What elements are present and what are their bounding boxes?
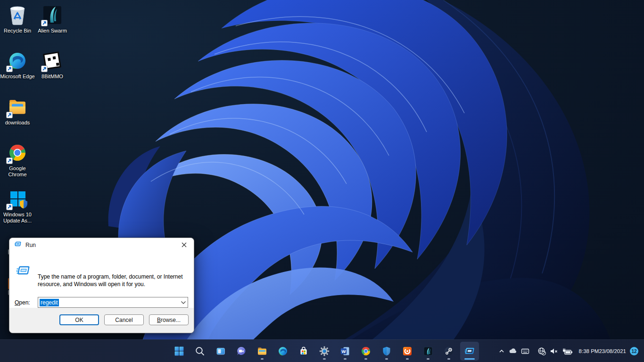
shortcut-arrow-icon — [6, 157, 13, 164]
hidden-icons-chevron-icon[interactable] — [496, 342, 507, 361]
desktop-icon-label: Recycle Bin — [0, 28, 35, 34]
file-explorer-button[interactable] — [253, 342, 272, 361]
shortcut-arrow-icon — [6, 204, 13, 210]
taskbar-center-group: W — [170, 342, 479, 361]
network-no-internet-icon[interactable] — [536, 342, 548, 361]
running-indicator — [406, 358, 409, 360]
ok-button[interactable]: OK — [59, 314, 99, 325]
clock[interactable]: 8:38 PM 23/08/2021 — [579, 348, 626, 354]
windows-11-desktop: Recycle Bin Alien Swarm — [0, 0, 644, 362]
orange-swirl-app-button[interactable] — [398, 342, 417, 361]
running-indicator — [385, 358, 388, 360]
running-indicator — [261, 358, 264, 360]
active-window-indicator — [464, 358, 475, 360]
running-indicator — [427, 358, 429, 360]
tray-date: 23/08/2021 — [599, 348, 626, 354]
edge-icon — [6, 49, 29, 72]
chrome-button[interactable] — [356, 342, 375, 361]
touch-keyboard-icon[interactable] — [519, 342, 531, 361]
desktop-icon-label: Alien Swarm — [35, 28, 70, 34]
battery-charging-icon[interactable] — [560, 342, 574, 361]
steam-button[interactable] — [439, 342, 458, 361]
notification-count-badge[interactable]: 12 — [630, 347, 638, 355]
chat-button[interactable] — [232, 342, 251, 361]
run-dialog-window: Run Type the name of a program, folder, … — [9, 238, 194, 333]
run-dialog-icon — [16, 263, 32, 281]
search-button[interactable] — [190, 342, 209, 361]
desktop-icon-alien-swarm[interactable]: Alien Swarm — [35, 4, 70, 34]
run-dialog-title: Run — [25, 242, 174, 248]
browse-button[interactable]: Browse... — [149, 314, 189, 325]
svg-text:W: W — [342, 349, 346, 354]
8bitmmo-icon — [41, 49, 64, 72]
description-line2: resource, and Windows will open it for y… — [38, 280, 183, 288]
downloads-folder-icon — [6, 96, 29, 118]
run-app-icon — [14, 240, 22, 250]
windows-security-button[interactable] — [377, 342, 396, 361]
desktop-icon-label: 8BitMMO — [35, 74, 70, 80]
running-indicator — [323, 358, 326, 360]
chrome-icon — [6, 141, 29, 164]
running-indicator — [344, 358, 347, 360]
shortcut-arrow-icon — [6, 66, 13, 72]
desktop-icon-8bitmmo[interactable]: 8BitMMO — [35, 49, 70, 80]
run-input-combobox[interactable]: regedit — [38, 297, 188, 308]
open-label: Open: — [15, 299, 30, 306]
close-button[interactable] — [174, 238, 194, 252]
word-button[interactable]: W — [336, 342, 355, 361]
alien-swarm-taskbar-button[interactable] — [419, 342, 438, 361]
task-view-button[interactable] — [211, 342, 230, 361]
system-tray: 8:38 PM 23/08/2021 12 — [496, 340, 638, 362]
run-dialog-footer: OK Cancel Browse... — [9, 308, 194, 333]
desktop-icon-downloads[interactable]: downloads — [0, 96, 35, 126]
recycle-bin-icon — [6, 4, 29, 26]
desktop-icon-label: downloads — [0, 120, 35, 126]
onedrive-icon[interactable] — [507, 342, 519, 361]
desktop-icon-recycle-bin[interactable]: Recycle Bin — [0, 4, 35, 34]
desktop-icon-label: Windows 10 Update As... — [0, 212, 35, 224]
shortcut-arrow-icon — [41, 66, 48, 72]
run-dialog-description: Type the name of a program, folder, docu… — [38, 273, 183, 288]
cancel-button[interactable]: Cancel — [104, 314, 144, 325]
run-input-value[interactable]: regedit — [40, 299, 59, 306]
microsoft-store-button[interactable] — [294, 342, 313, 361]
tray-time: 8:38 PM — [579, 348, 599, 354]
desktop-icon-google-chrome[interactable]: Google Chrome — [0, 141, 35, 178]
volume-muted-icon[interactable] — [548, 342, 560, 361]
desktop-icon-label: Google Chrome — [0, 165, 35, 178]
run-taskbar-button[interactable] — [460, 342, 479, 361]
shortcut-arrow-icon — [41, 20, 48, 26]
start-button[interactable] — [170, 342, 189, 361]
desktop-icon-microsoft-edge[interactable]: Microsoft Edge — [0, 49, 35, 80]
running-indicator — [364, 358, 367, 360]
shortcut-arrow-icon — [6, 112, 13, 118]
running-indicator — [447, 358, 450, 360]
combobox-dropdown-icon[interactable] — [181, 301, 186, 304]
edge-button[interactable] — [273, 342, 292, 361]
taskbar: W — [0, 339, 644, 362]
description-line1: Type the name of a program, folder, docu… — [38, 273, 183, 280]
run-dialog-body: Type the name of a program, folder, docu… — [9, 252, 194, 308]
run-dialog-titlebar[interactable]: Run — [9, 238, 194, 252]
windows-update-icon — [6, 188, 29, 210]
desktop-icon-windows-10-update-assistant[interactable]: Windows 10 Update As... — [0, 188, 35, 224]
desktop-icon-label: Microsoft Edge — [0, 74, 35, 80]
settings-button[interactable] — [315, 342, 334, 361]
alien-swarm-icon — [41, 4, 64, 26]
